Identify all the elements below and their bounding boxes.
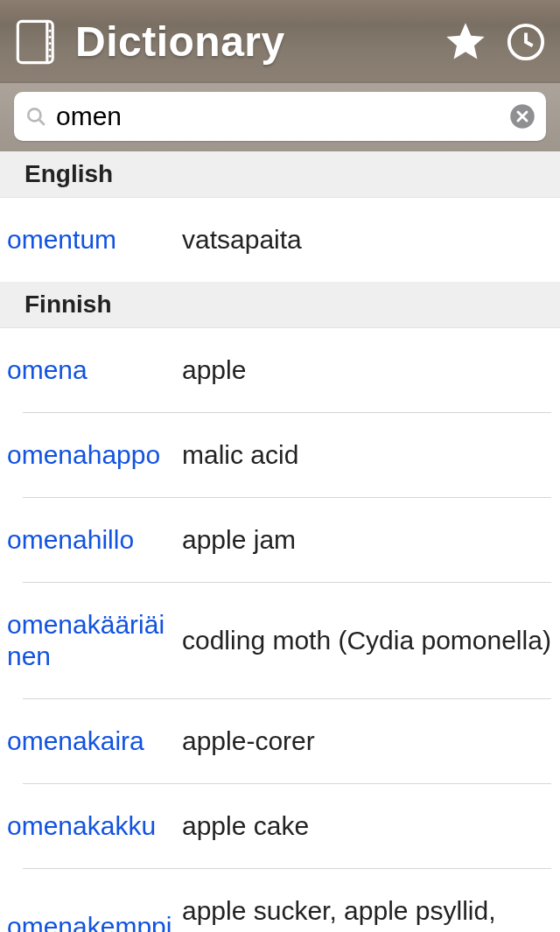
app-title: Dictionary [75,18,430,66]
section-english: omentumvatsapaita [0,198,560,282]
svg-point-4 [49,42,52,45]
term[interactable]: omenahappo [7,439,177,471]
section-finnish: omenaappleomenahappomalic acidomenahillo… [0,328,560,932]
term[interactable]: omena [7,354,177,386]
definition: vatsapaita [182,224,560,256]
app-header: Dictionary [0,0,560,83]
term[interactable]: omenakakku [7,810,177,842]
search-icon [24,105,47,128]
definition: apple [182,354,560,386]
term[interactable]: omenahillo [7,524,177,556]
definition: apple jam [182,524,560,556]
search-box[interactable] [14,92,546,141]
definition: apple sucker, apple psyllid, pear leaf s… [182,895,560,932]
svg-point-6 [49,54,52,57]
result-row[interactable]: omentumvatsapaita [0,198,560,282]
svg-line-9 [39,120,45,125]
search-input[interactable] [56,102,500,131]
results-list: EnglishomentumvatsapaitaFinnishomenaappl… [0,151,560,932]
result-row[interactable]: omenahilloapple jam [0,498,560,582]
definition: apple cake [182,810,560,842]
result-row[interactable]: omenaapple [0,328,560,412]
term[interactable]: omentum [7,224,177,256]
result-row[interactable]: omenakairaapple-corer [0,699,560,783]
definition: codling moth (Cydia pomonella) [182,625,560,656]
definition: apple-corer [182,725,560,757]
term[interactable]: omenakaira [7,725,177,757]
result-row[interactable]: omenakääriäinencodling moth (Cydia pomon… [0,583,560,698]
history-clock-icon[interactable] [506,22,546,62]
svg-point-3 [49,36,52,39]
section-header-english: English [0,151,560,198]
term[interactable]: omenakemppi [7,911,177,932]
svg-point-2 [49,29,52,32]
result-row[interactable]: omenakakkuapple cake [0,784,560,868]
svg-point-8 [28,109,40,121]
definition: malic acid [182,439,560,471]
book-icon [12,17,63,67]
clear-search-icon[interactable] [509,103,536,130]
result-row[interactable]: omenahappomalic acid [0,413,560,497]
svg-point-5 [49,48,52,51]
term[interactable]: omenakääriäinen [7,609,177,672]
section-header-finnish: Finnish [0,282,560,328]
result-row[interactable]: omenakemppiapple sucker, apple psyllid, … [0,869,560,932]
search-bar [0,83,560,151]
favorites-star-icon[interactable] [443,19,488,65]
